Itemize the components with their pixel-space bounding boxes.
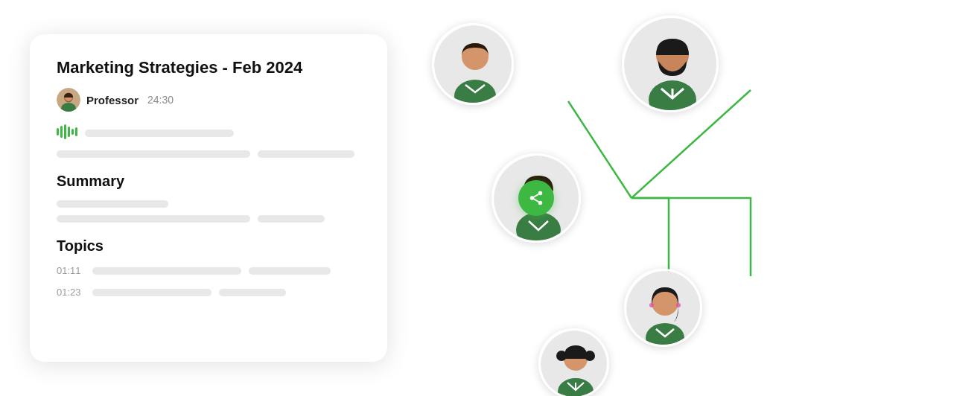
svg-line-15 bbox=[534, 199, 538, 202]
topic-row-2: 01:23 bbox=[57, 287, 360, 298]
summary-bar-3 bbox=[258, 215, 325, 223]
summary-bars bbox=[57, 215, 360, 223]
summary-bar-1 bbox=[57, 200, 168, 208]
card-title: Marketing Strategies - Feb 2024 bbox=[57, 58, 360, 77]
svg-line-16 bbox=[534, 194, 538, 197]
svg-point-14 bbox=[538, 201, 543, 205]
topic-2-bar-1 bbox=[92, 289, 211, 296]
avatar-top-right bbox=[622, 16, 719, 112]
topic-2-bar-2 bbox=[219, 289, 286, 296]
topics-title: Topics bbox=[57, 237, 360, 255]
topic-1-bar-2 bbox=[249, 267, 331, 275]
avatar-top-left bbox=[432, 23, 514, 105]
svg-rect-7 bbox=[68, 127, 70, 137]
avatar-bottom-right bbox=[624, 269, 702, 347]
audio-progress-bar bbox=[85, 130, 234, 137]
topic-1-bar-1 bbox=[92, 267, 241, 275]
summary-bar-2 bbox=[57, 215, 250, 223]
svg-rect-9 bbox=[75, 127, 77, 136]
svg-rect-6 bbox=[64, 124, 66, 139]
topic-1-time: 01:11 bbox=[57, 265, 83, 276]
bar-2 bbox=[258, 150, 354, 158]
svg-point-33 bbox=[649, 303, 654, 307]
professor-name: Professor bbox=[86, 94, 139, 106]
topic-row-1: 01:11 bbox=[57, 265, 360, 276]
secondary-bars-row bbox=[57, 150, 360, 158]
content-card: Marketing Strategies - Feb 2024 Professo… bbox=[30, 34, 387, 362]
avatar-bottom bbox=[538, 328, 609, 396]
svg-point-39 bbox=[585, 351, 595, 361]
svg-rect-5 bbox=[60, 126, 63, 138]
svg-rect-4 bbox=[57, 128, 59, 135]
summary-title: Summary bbox=[57, 173, 360, 190]
svg-point-13 bbox=[530, 196, 535, 200]
svg-point-38 bbox=[556, 351, 567, 361]
duration-label: 24:30 bbox=[147, 94, 174, 106]
share-button[interactable] bbox=[518, 180, 554, 216]
bar-1 bbox=[57, 150, 250, 158]
share-icon bbox=[528, 190, 544, 206]
topic-2-bars bbox=[92, 289, 286, 296]
svg-rect-8 bbox=[71, 129, 74, 135]
svg-point-12 bbox=[538, 191, 543, 196]
professor-row: Professor 24:30 bbox=[57, 88, 360, 112]
topics-section: Topics 01:11 01:23 bbox=[57, 237, 360, 298]
topic-2-time: 01:23 bbox=[57, 287, 83, 298]
professor-avatar bbox=[57, 88, 80, 112]
svg-point-34 bbox=[676, 303, 681, 307]
main-container: Marketing Strategies - Feb 2024 Professo… bbox=[0, 0, 980, 396]
audio-row bbox=[57, 124, 360, 143]
topic-1-bars bbox=[92, 267, 331, 275]
waveform-icon bbox=[57, 124, 77, 143]
network-area bbox=[387, 16, 950, 380]
